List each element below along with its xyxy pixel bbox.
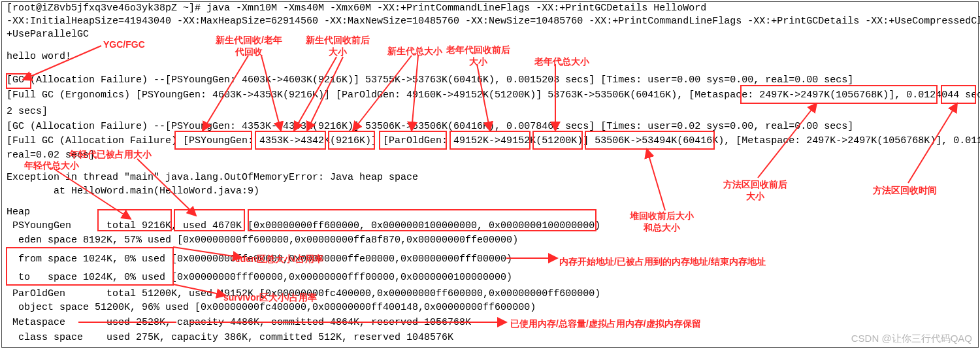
term-line: [GC (Allocation Failure) --[PSYoungGen: …	[7, 75, 853, 87]
term-line: Exception in thread "main" java.lang.Out…	[7, 172, 418, 184]
term-line: hello word!	[7, 51, 71, 63]
term-line: PSYoungGen total 9216K, used 4670K [0x00…	[7, 220, 600, 233]
term-line: [Full GC (Ergonomics) [PSYoungGen: 4603K…	[7, 90, 980, 102]
term-line: 2 secs]	[7, 106, 48, 118]
term-line: ParOldGen total 51200K, used 49152K [0x0…	[7, 288, 600, 301]
term-line: class space used 275K, capacity 386K, co…	[7, 332, 453, 344]
term-line: object space 51200K, 96% used [0x0000000…	[7, 302, 536, 314]
term-line: Heap	[7, 207, 30, 219]
term-line: -XX:InitialHeapSize=41943040 -XX:MaxHeap…	[7, 16, 980, 28]
term-line: at HelloWord.main(HelloWord.java:9)	[7, 186, 259, 198]
term-line: real=0.02 secs]	[7, 150, 95, 162]
term-line: [Full GC (Allocation Failure) [PSYoungGe…	[7, 135, 980, 148]
term-line: [root@iZ8vb5jfxq3ve46o3yk38pZ ~]# java -…	[7, 3, 706, 15]
term-line: Metaspace used 2528K, capacity 4486K, co…	[7, 317, 471, 329]
watermark: CSDN @让你三行代码QAQ	[851, 333, 972, 345]
term-line: eden space 8192K, 57% used [0x00000000ff…	[7, 235, 518, 247]
term-line: [GC (Allocation Failure) --[PSYoungGen: …	[7, 121, 853, 133]
term-line: from space 1024K, 0% used [0x00000000ffe…	[7, 254, 512, 266]
term-line: +UseParallelGC	[7, 29, 89, 41]
term-line: to space 1024K, 0% used [0x00000000fff00…	[7, 272, 512, 284]
